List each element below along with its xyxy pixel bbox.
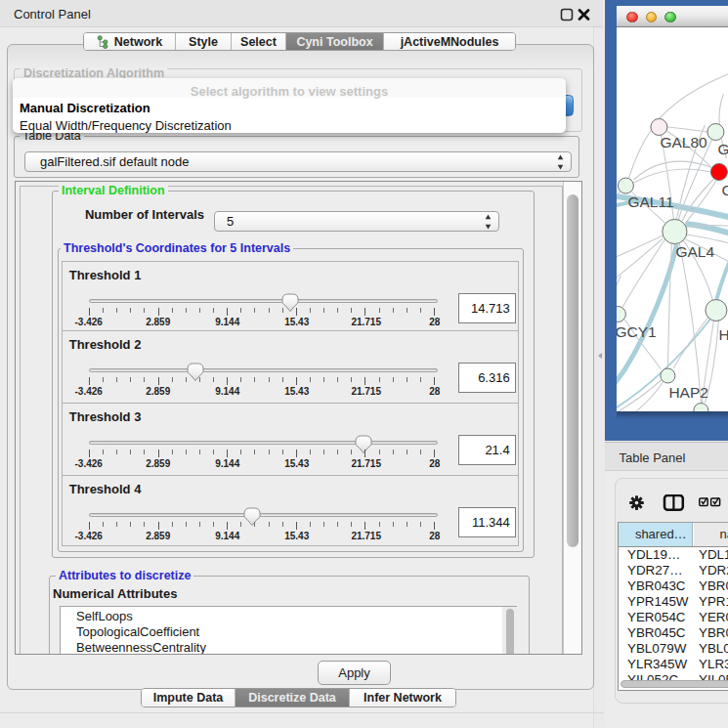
svg-text:GCY1: GCY1 xyxy=(617,323,657,340)
svg-text:GAL4: GAL4 xyxy=(675,243,714,260)
svg-text:G: G xyxy=(721,182,728,198)
svg-text:G: G xyxy=(717,141,728,157)
svg-text:GAL11: GAL11 xyxy=(627,193,673,210)
svg-text:HAP2: HAP2 xyxy=(668,384,708,401)
svg-text:H: H xyxy=(718,326,728,343)
svg-text:GAL80: GAL80 xyxy=(660,134,707,150)
